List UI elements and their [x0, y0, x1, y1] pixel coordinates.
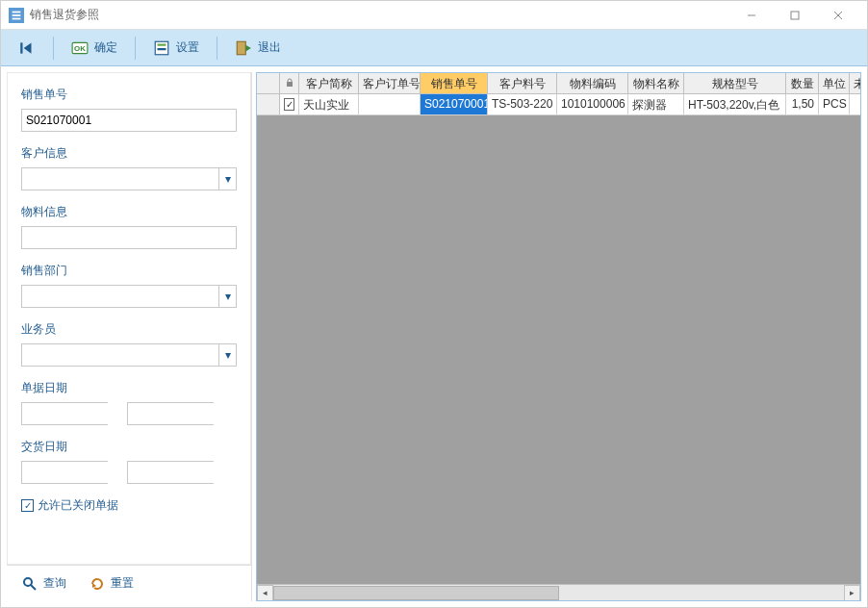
svg-text:OK: OK — [74, 44, 86, 53]
col-mat-name[interactable]: 物料名称 — [628, 73, 684, 93]
svg-rect-5 — [791, 12, 799, 19]
scroll-thumb[interactable] — [273, 586, 559, 600]
svg-rect-8 — [20, 42, 22, 53]
svg-rect-14 — [158, 48, 166, 50]
delivery-date-to-input[interactable] — [128, 462, 251, 483]
exit-button[interactable]: 退出 — [225, 36, 291, 61]
reset-label: 重置 — [111, 575, 134, 592]
ok-label: 确定 — [94, 39, 117, 56]
svg-line-18 — [31, 585, 36, 590]
svg-marker-16 — [245, 44, 251, 51]
sales-dept-label: 销售部门 — [21, 263, 237, 279]
close-button[interactable] — [816, 2, 859, 29]
sales-no-input[interactable] — [21, 109, 237, 132]
col-cust-mat[interactable]: 客户料号 — [488, 73, 557, 93]
first-record-button[interactable] — [9, 36, 45, 61]
cell-unit: PCS — [819, 94, 850, 114]
toolbar-separator — [53, 37, 54, 60]
sales-no-label: 销售单号 — [21, 87, 237, 103]
col-unit[interactable]: 单位 — [819, 73, 850, 93]
body: 销售单号 客户信息 ▾ 物料信息 销售部门 — [1, 66, 867, 607]
delivery-date-from[interactable]: ▾ — [21, 461, 108, 484]
delivery-date-field: 交货日期 ▾ - ▾ — [21, 439, 237, 484]
scroll-track[interactable] — [273, 585, 844, 601]
svg-rect-15 — [237, 41, 245, 55]
doc-date-field: 单据日期 ▾ - ▾ — [21, 380, 237, 425]
row-selector[interactable] — [257, 94, 280, 114]
col-mat-code[interactable]: 物料编码 — [557, 73, 628, 93]
scroll-left-button[interactable]: ◂ — [257, 585, 273, 601]
titlebar: 销售退货参照 — [1, 1, 867, 30]
svg-rect-2 — [13, 14, 21, 16]
horizontal-scrollbar[interactable]: ◂ ▸ — [257, 584, 860, 600]
doc-date-to-input[interactable] — [128, 403, 251, 424]
window-controls — [729, 2, 859, 29]
svg-rect-20 — [287, 82, 293, 87]
doc-date-label: 单据日期 — [21, 380, 237, 396]
cell-cust-mat: TS-503-220 — [488, 94, 557, 114]
settings-icon — [153, 39, 170, 57]
sales-no-field: 销售单号 — [21, 87, 237, 132]
col-unsent[interactable]: 未发 — [850, 73, 861, 93]
sales-dept-combo[interactable]: ▾ — [21, 285, 237, 308]
scroll-right-button[interactable]: ▸ — [844, 585, 860, 601]
salesman-combo[interactable]: ▾ — [21, 343, 237, 367]
reset-button[interactable]: 重置 — [89, 575, 134, 592]
delivery-date-label: 交货日期 — [21, 439, 237, 455]
doc-date-to[interactable]: ▾ — [127, 402, 214, 425]
toolbar: OK 确定 设置 退出 — [1, 30, 867, 66]
allow-closed-label: 允许已关闭单据 — [38, 497, 118, 514]
cell-spec: HT-503,220v,白色 — [684, 94, 786, 114]
customer-info-input[interactable] — [22, 168, 218, 190]
toolbar-separator — [217, 37, 217, 60]
col-spec[interactable]: 规格型号 — [684, 73, 786, 93]
exit-icon — [235, 39, 252, 57]
cell-cust-short: 天山实业 — [299, 94, 359, 114]
dropdown-icon[interactable]: ▾ — [218, 168, 236, 190]
cell-mat-name: 探测器 — [628, 94, 684, 114]
cell-mat-code: 1010100006 — [557, 94, 628, 114]
table-row[interactable]: ✓ 天山实业 S021070001 TS-503-220 1010100006 … — [257, 94, 860, 115]
col-sales-no[interactable]: 销售单号 — [421, 73, 488, 93]
main-area: 客户简称 客户订单号 销售单号 客户料号 物料编码 物料名称 规格型号 数量 单… — [252, 66, 867, 607]
svg-rect-1 — [13, 11, 21, 13]
salesman-label: 业务员 — [21, 321, 237, 338]
cell-cust-order — [359, 94, 421, 114]
delivery-date-range: ▾ - ▾ — [21, 461, 237, 484]
row-check-cell[interactable]: ✓ — [280, 94, 299, 114]
dropdown-icon[interactable]: ▾ — [218, 344, 236, 366]
col-cust-short[interactable]: 客户简称 — [299, 73, 359, 93]
col-cust-order[interactable]: 客户订单号 — [359, 73, 421, 93]
doc-date-from[interactable]: ▾ — [21, 402, 108, 425]
app-icon — [9, 8, 24, 23]
data-grid: 客户简称 客户订单号 销售单号 客户料号 物料编码 物料名称 规格型号 数量 单… — [256, 72, 861, 601]
reset-icon — [89, 576, 105, 592]
delivery-date-to[interactable]: ▾ — [127, 461, 214, 484]
customer-info-combo[interactable]: ▾ — [21, 167, 237, 190]
dropdown-icon[interactable]: ▾ — [218, 286, 236, 307]
lock-column-header[interactable] — [280, 73, 299, 93]
sidebar-footer: 查询 重置 — [7, 565, 251, 601]
maximize-button[interactable] — [773, 2, 816, 29]
search-label: 查询 — [43, 575, 66, 592]
ok-button[interactable]: OK 确定 — [62, 36, 127, 61]
minimize-button[interactable] — [729, 2, 773, 29]
sales-dept-input[interactable] — [22, 286, 218, 307]
ok-icon: OK — [71, 39, 89, 57]
lock-icon — [285, 77, 294, 90]
row-selector-header[interactable] — [257, 73, 280, 93]
first-record-icon — [18, 39, 36, 57]
checkbox-icon[interactable]: ✓ — [21, 499, 34, 512]
settings-button[interactable]: 设置 — [143, 36, 209, 61]
cell-sales-no: S021070001 — [421, 94, 488, 114]
filter-sidebar: 销售单号 客户信息 ▾ 物料信息 销售部门 — [7, 72, 252, 601]
toolbar-separator — [135, 37, 136, 60]
material-info-input[interactable] — [21, 226, 237, 249]
checkbox-icon[interactable]: ✓ — [284, 98, 294, 111]
allow-closed-check[interactable]: ✓ 允许已关闭单据 — [21, 497, 237, 514]
col-qty[interactable]: 数量 — [786, 73, 819, 93]
salesman-input[interactable] — [22, 344, 218, 366]
search-button[interactable]: 查询 — [22, 575, 66, 592]
search-icon — [22, 576, 38, 592]
settings-label: 设置 — [176, 39, 199, 56]
